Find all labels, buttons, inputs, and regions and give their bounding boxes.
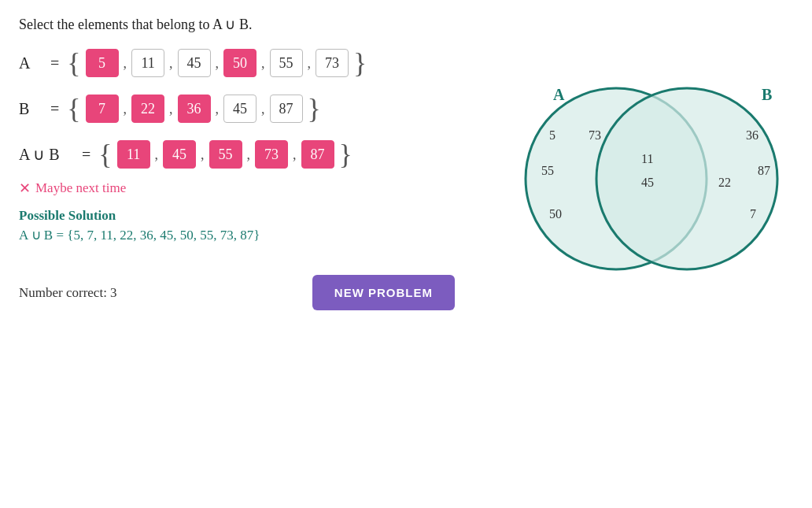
new-problem-button[interactable]: NEW PROBLEM [312, 275, 455, 310]
element-a-73[interactable]: 73 [316, 49, 349, 77]
set-a-elements: 5 , 11 , 45 , 50 , 55 , 73 [81, 49, 354, 77]
element-a-11[interactable]: 11 [131, 49, 164, 77]
svg-point-1 [596, 88, 777, 269]
close-brace-b: } [308, 95, 321, 123]
set-a-label: A [19, 54, 35, 72]
venn-diagram: A B 5 73 55 50 11 45 36 22 87 7 [478, 49, 793, 285]
solution-title: Possible Solution [19, 208, 455, 224]
svg-text:55: 55 [541, 164, 554, 177]
equals-b: = [50, 100, 59, 118]
feedback-message: ✕ Maybe next time [19, 180, 455, 197]
possible-solution: Possible Solution A ∪ B = {5, 7, 11, 22,… [19, 208, 455, 243]
open-brace-b: { [67, 95, 80, 123]
element-b-36[interactable]: 36 [178, 95, 211, 123]
element-b-7[interactable]: 7 [86, 95, 119, 123]
svg-text:73: 73 [589, 128, 601, 142]
equals-union: = [82, 146, 90, 164]
element-a-45[interactable]: 45 [178, 49, 211, 77]
union-row: A ∪ B = { 11 , 45 , 55 , 73 , 87 } [19, 140, 455, 169]
svg-text:22: 22 [718, 176, 731, 189]
element-u-45[interactable]: 45 [163, 140, 196, 169]
element-a-5[interactable]: 5 [86, 49, 119, 77]
solution-text: A ∪ B = {5, 7, 11, 22, 36, 45, 50, 55, 7… [19, 227, 455, 243]
svg-text:45: 45 [641, 176, 654, 189]
svg-text:B: B [762, 86, 772, 103]
svg-text:50: 50 [549, 207, 562, 221]
correct-count: Number correct: 3 [19, 285, 117, 301]
element-u-87[interactable]: 87 [301, 140, 334, 169]
set-a-row: A = { 5 , 11 , 45 , 50 , 55 , 73 } [19, 49, 455, 77]
svg-text:A: A [553, 86, 565, 103]
close-brace-a: } [353, 49, 367, 77]
svg-text:7: 7 [750, 207, 756, 221]
union-label: A ∪ B [19, 145, 66, 164]
instruction: Select the elements that belong to A ∪ B… [19, 16, 793, 33]
svg-text:36: 36 [746, 128, 758, 142]
element-b-22[interactable]: 22 [131, 95, 164, 123]
element-u-11[interactable]: 11 [117, 140, 150, 169]
equals-a: = [50, 54, 59, 72]
element-b-45[interactable]: 45 [223, 95, 257, 123]
open-brace-a: { [67, 49, 80, 77]
svg-text:11: 11 [641, 152, 653, 165]
svg-text:87: 87 [758, 164, 770, 177]
element-b-87[interactable]: 87 [270, 95, 303, 123]
set-b-elements: 7 , 22 , 36 , 45 , 87 [81, 95, 308, 123]
open-brace-union: { [98, 140, 112, 169]
element-a-50[interactable]: 50 [223, 49, 257, 77]
set-b-label: B [19, 100, 35, 118]
bottom-bar: Number correct: 3 NEW PROBLEM [19, 275, 455, 310]
element-u-55[interactable]: 55 [209, 140, 242, 169]
union-elements: 11 , 45 , 55 , 73 , 87 [113, 140, 339, 169]
element-a-55[interactable]: 55 [270, 49, 303, 77]
wrong-icon: ✕ [19, 180, 31, 197]
set-b-row: B = { 7 , 22 , 36 , 45 , 87 } [19, 95, 455, 123]
element-u-73[interactable]: 73 [255, 140, 288, 169]
svg-text:5: 5 [549, 128, 555, 142]
close-brace-union: } [339, 140, 352, 169]
feedback-text: Maybe next time [35, 180, 126, 196]
